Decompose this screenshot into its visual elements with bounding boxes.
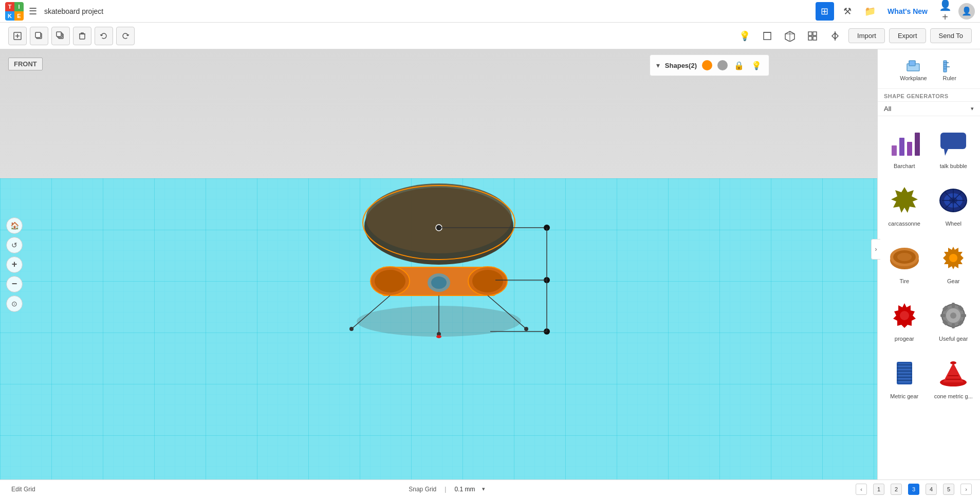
project-title: skateboard project [44, 7, 103, 15]
filter-select[interactable]: All Basic Featured Community [884, 105, 969, 113]
note-button[interactable] [758, 27, 776, 45]
3d-model [310, 172, 567, 378]
edit-grid-button[interactable]: Edit Grid [8, 485, 39, 494]
shape-item-carcassonne[interactable]: carcassonne [882, 178, 927, 231]
shape-item-metricgear[interactable]: Metric gear [882, 351, 927, 404]
svg-point-47 [349, 327, 354, 331]
camera-controls: 🏠 ↺ + − ⊙ [6, 217, 23, 312]
add-user-button[interactable]: 👤+ [936, 2, 954, 21]
send-to-button[interactable]: Send To [930, 28, 972, 43]
mirror-button[interactable] [826, 27, 844, 45]
svg-point-34 [431, 276, 447, 289]
zoom-out-button[interactable]: − [6, 276, 23, 292]
shape-color-gray[interactable] [717, 60, 728, 70]
shape-item-talkbubble[interactable]: talk bubble [931, 120, 976, 174]
conemetric-label: cone metric g... [934, 393, 973, 399]
tools-button[interactable]: ⚒ [838, 2, 857, 21]
ruler-icon [941, 57, 958, 73]
shape-grid: Barchart talk bubble [878, 116, 980, 479]
gear-label: Gear [947, 278, 959, 284]
svg-point-80 [900, 311, 909, 320]
workplane-button[interactable]: Workplane [895, 53, 932, 84]
shape-generators-label: Shape Generators [884, 93, 949, 99]
shape-item-tire[interactable]: Tire [882, 235, 927, 289]
chevron-down-icon[interactable]: ▾ [656, 61, 660, 69]
light-button[interactable]: 💡 [735, 27, 754, 45]
home-view-button[interactable]: 🏠 [6, 217, 23, 234]
tire-label: Tire [899, 278, 909, 284]
zoom-in-button[interactable]: + [6, 256, 23, 273]
shape-item-conemetric[interactable]: cone metric g... [931, 351, 976, 404]
snap-chevron-icon[interactable]: ▾ [482, 486, 485, 492]
import-button[interactable]: Import [848, 28, 885, 43]
undo-button[interactable] [95, 27, 113, 45]
shape-item-barchart[interactable]: Barchart [882, 120, 927, 174]
whats-new-button[interactable]: What's New [883, 7, 932, 15]
hamburger-icon[interactable]: ☰ [29, 6, 37, 17]
page-5-button[interactable]: 5 [943, 484, 954, 495]
gear-thumbnail [935, 240, 971, 276]
shape-color-orange[interactable] [702, 60, 712, 70]
conemetric-thumbnail [935, 355, 971, 391]
logo-k: E [14, 11, 24, 21]
svg-rect-12 [808, 32, 812, 35]
cube-button[interactable] [781, 27, 799, 45]
panel-collapse-button[interactable]: › [871, 239, 880, 260]
lock-icon-button[interactable]: 🔒 [733, 59, 745, 71]
shape-item-wheel[interactable]: Wheel [931, 178, 976, 231]
page-4-button[interactable]: 4 [926, 484, 937, 495]
metricgear-label: Metric gear [890, 393, 918, 399]
shape-item-gear[interactable]: Gear [931, 235, 976, 289]
svg-rect-85 [952, 323, 955, 328]
svg-point-23 [366, 183, 512, 253]
main-area: FRONT 🏠 ↺ + − ⊙ ▾ Shapes(2) 🔒 💡 [0, 49, 980, 479]
svg-rect-15 [813, 36, 817, 40]
panel-tools: Workplane Ruler [878, 49, 980, 89]
svg-point-31 [472, 270, 503, 292]
talkbubble-thumbnail [935, 125, 971, 161]
shape-item-usefulgear[interactable]: Useful gear [931, 293, 976, 346]
svg-rect-66 [940, 133, 966, 149]
shape-generator-filter: All Basic Featured Community ▾ [878, 102, 980, 116]
export-button[interactable]: Export [889, 28, 926, 43]
svg-point-83 [950, 312, 956, 319]
duplicate-button[interactable] [51, 27, 70, 45]
viewport[interactable]: FRONT 🏠 ↺ + − ⊙ ▾ Shapes(2) 🔒 💡 [0, 49, 877, 479]
page-next-button[interactable]: › [960, 484, 972, 495]
svg-point-78 [897, 253, 912, 261]
delete-button[interactable] [73, 27, 91, 45]
topbar: T I K E ☰ skateboard project ⊞ ⚒ 📁 What'… [0, 0, 980, 23]
progear-label: progear [895, 336, 914, 342]
svg-rect-64 [907, 142, 912, 156]
toolbar: 💡 Import Export Send To [0, 23, 980, 49]
light-shapes-button[interactable]: 💡 [750, 59, 763, 71]
ruler-button[interactable]: Ruler [936, 53, 963, 84]
page-2-button[interactable]: 2 [891, 484, 902, 495]
bottom-bar: Edit Grid Snap Grid | 0.1 mm ▾ ‹ 1 2 3 4… [0, 479, 980, 498]
topbar-right: ⊞ ⚒ 📁 What's New 👤+ 👤 [816, 2, 975, 21]
svg-rect-86 [940, 314, 946, 317]
carcassonne-label: carcassonne [889, 220, 920, 227]
snap-grid-value: 0.1 mm [454, 486, 475, 493]
wheel-thumbnail [935, 182, 971, 218]
svg-rect-62 [892, 145, 897, 156]
page-3-button[interactable]: 3 [908, 484, 919, 495]
rotate-view-button[interactable]: ↺ [6, 237, 23, 253]
folder-button[interactable]: 📁 [861, 2, 879, 21]
talkbubble-label: talk bubble [940, 163, 967, 169]
model-svg [310, 172, 567, 367]
align-button[interactable] [803, 27, 822, 45]
svg-rect-7 [57, 32, 61, 36]
user-avatar[interactable]: 👤 [958, 3, 975, 20]
grid-view-button[interactable]: ⊞ [816, 2, 834, 21]
copy-button[interactable] [30, 27, 48, 45]
filter-chevron-icon: ▾ [971, 105, 974, 112]
svg-point-50 [436, 335, 441, 338]
redo-button[interactable] [116, 27, 135, 45]
shape-item-progear[interactable]: progear [882, 293, 927, 346]
page-1-button[interactable]: 1 [873, 484, 884, 495]
usefulgear-thumbnail [935, 298, 971, 334]
reset-view-button[interactable]: ⊙ [6, 296, 23, 312]
new-shape-button[interactable] [8, 27, 27, 45]
page-prev-button[interactable]: ‹ [856, 484, 867, 495]
